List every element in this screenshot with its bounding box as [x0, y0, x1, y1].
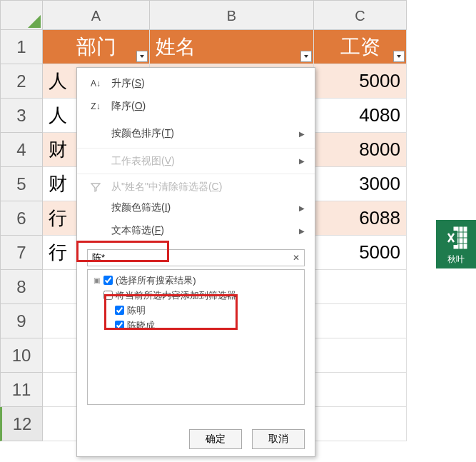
cell[interactable]: 5000	[314, 64, 407, 99]
row-header[interactable]: 11	[0, 373, 43, 407]
clear-filter-icon	[87, 181, 104, 193]
checkbox[interactable]	[115, 306, 124, 315]
filter-value-item[interactable]: 陈明	[92, 303, 300, 318]
row-headers: 1 2 3 4 5 6 7 8 9 10 11 12	[0, 30, 43, 441]
column-headers: A B C	[43, 0, 407, 30]
row-header[interactable]: 10	[0, 338, 43, 373]
filter-icon[interactable]	[300, 51, 312, 62]
cell[interactable]: 3000	[314, 167, 407, 201]
filter-icon[interactable]	[136, 51, 148, 62]
filter-dropdown: A↓ 升序(S) Z↓ 降序(O) 按颜色排序(T) ▶ 工作表视图(V) ▶ …	[76, 67, 315, 457]
cell[interactable]	[314, 270, 407, 304]
row-header[interactable]: 9	[0, 304, 43, 338]
select-all-cell[interactable]	[0, 0, 43, 30]
sort-desc-icon: Z↓	[87, 101, 104, 111]
filter-menu: A↓ 升序(S) Z↓ 降序(O) 按颜色排序(T) ▶ 工作表视图(V) ▶ …	[77, 68, 315, 246]
row-header[interactable]: 6	[0, 201, 43, 236]
watermark-logo: 秋叶	[436, 220, 476, 268]
sort-desc-item[interactable]: Z↓ 降序(O)	[77, 95, 315, 118]
cell[interactable]	[314, 407, 407, 441]
cell[interactable]: 4080	[314, 99, 407, 133]
checkbox[interactable]	[103, 291, 113, 300]
row-header[interactable]: 8	[0, 270, 43, 304]
row-header[interactable]: 2	[0, 64, 43, 99]
checkbox[interactable]	[115, 321, 124, 330]
row-header[interactable]: 7	[0, 236, 43, 270]
col-header-b[interactable]: B	[150, 0, 314, 30]
col-header-a[interactable]: A	[43, 0, 150, 30]
sheet-view-item: 工作表视图(V) ▶	[77, 148, 315, 171]
chevron-right-icon: ▶	[299, 227, 305, 235]
row-header-selected[interactable]: 12	[0, 407, 43, 441]
header-cell-dept[interactable]: 部门	[43, 30, 150, 64]
filter-color-item[interactable]: 按颜色筛选(I) ▶	[77, 196, 315, 219]
cell[interactable]	[314, 338, 407, 373]
row-header[interactable]: 5	[0, 167, 43, 201]
checkbox[interactable]	[103, 276, 113, 285]
cell[interactable]: 8000	[314, 133, 407, 167]
text-filter-item[interactable]: 文本筛选(F) ▶	[77, 219, 315, 242]
collapse-icon: ▣	[92, 276, 101, 284]
dialog-buttons: 确定 取消	[189, 429, 305, 449]
search-box: ✕	[87, 249, 305, 266]
cell[interactable]	[314, 373, 407, 407]
chevron-right-icon: ▶	[299, 204, 305, 212]
sort-color-item[interactable]: 按颜色排序(T) ▶	[77, 122, 315, 145]
col-header-c[interactable]: C	[314, 0, 407, 30]
row-header[interactable]: 4	[0, 133, 43, 167]
clear-filter-item: 从"姓名"中清除筛选器(C)	[77, 174, 315, 196]
cell[interactable]: 5000	[314, 236, 407, 270]
filter-icon[interactable]	[393, 51, 405, 62]
select-all-results[interactable]: ▣ (选择所有搜索结果)	[92, 273, 300, 288]
header-row: 部门 姓名 工资	[43, 30, 407, 64]
cell[interactable]	[314, 304, 407, 338]
sort-asc-item[interactable]: A↓ 升序(S)	[77, 72, 315, 95]
row-header[interactable]: 3	[0, 99, 43, 133]
filter-tree: ▣ (选择所有搜索结果) 将当前所选内容添加到筛选器 陈明 陈晓成	[87, 269, 305, 405]
clear-search-icon[interactable]: ✕	[290, 251, 303, 264]
ok-button[interactable]: 确定	[189, 429, 242, 449]
chevron-right-icon: ▶	[299, 130, 305, 138]
cancel-button[interactable]: 取消	[252, 429, 305, 449]
excel-icon	[443, 224, 469, 252]
chevron-right-icon: ▶	[299, 157, 305, 165]
row-header[interactable]: 1	[0, 30, 43, 64]
header-cell-name[interactable]: 姓名	[150, 30, 314, 64]
filter-value-item[interactable]: 陈晓成	[92, 318, 300, 333]
sort-asc-icon: A↓	[87, 79, 104, 89]
header-cell-salary[interactable]: 工资	[314, 30, 407, 64]
cell[interactable]: 6088	[314, 201, 407, 236]
search-input[interactable]	[88, 250, 304, 266]
add-to-filter[interactable]: 将当前所选内容添加到筛选器	[92, 288, 300, 303]
